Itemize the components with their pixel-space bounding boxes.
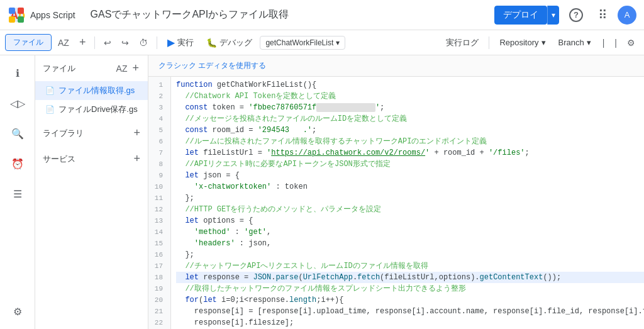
toolbar-right: 実行ログ Repository ▾ Branch ▾ | | ⚙ [441,35,639,51]
code-line: let options = { [176,215,644,226]
code-line: }; [176,192,644,204]
line-number: 3 [148,102,167,113]
file-item-1[interactable]: 📄 ファイルDrive保存.gs [35,100,148,119]
branch-extra-1[interactable]: | [599,35,609,50]
file-tab[interactable]: ファイル [5,34,52,51]
code-line: //メッセージを投稿されたファイルのルームIDを定数として定義 [176,113,644,125]
code-line: 'x-chatworktoken' : token [176,181,644,192]
line-number: 1 [148,79,167,91]
deploy-arrow-button[interactable]: ▾ [547,6,559,25]
line-number: 22 [148,317,167,328]
code-line: }; [176,249,644,260]
add-service-button[interactable]: + [133,152,140,165]
add-library-button[interactable]: + [133,126,140,140]
line-number: 10 [148,181,167,192]
settings-button[interactable]: ⚙ [623,35,639,50]
sidebar-info-button[interactable]: ℹ [5,60,30,86]
separator-3 [489,36,489,49]
deploy-button[interactable]: デプロイ [494,6,547,25]
avatar[interactable]: A [618,6,636,25]
project-title: GASでチャットワークAPIからファイル取得 [91,8,494,21]
gear-icon: ⚙ [627,38,635,48]
line-number: 13 [148,215,167,226]
svg-rect-4 [18,8,24,14]
sidebar-files-button[interactable]: ◁▷ [5,91,30,116]
code-line: response[i] = [response[i].upload_time, … [176,306,644,317]
code-line: let json = { [176,170,644,181]
run-icon: ▶ [167,36,175,48]
apps-grid-button[interactable]: ⠿ [593,5,613,25]
classic-editor-link[interactable]: クラシック エディタを使用する [158,61,266,70]
code-line: const token = 'fbbec78760571f■■■■■■■■■■■… [176,102,644,113]
deploy-group: デプロイ ▾ [494,6,559,25]
repo-dropdown-icon: ▾ [541,38,546,47]
branch-button[interactable]: Branch ▾ [553,35,596,50]
line-number: 9 [148,170,167,181]
grid-icon: ⠿ [598,8,608,23]
add-file-button[interactable]: + [75,33,90,52]
list-icon: ☰ [13,188,22,200]
code-editor[interactable]: 1234567891011121314151617181920212223242… [148,77,644,329]
help-icon: ? [569,8,583,22]
line-number: 20 [148,294,167,306]
sidebar-settings-button[interactable]: ⚙ [5,299,30,324]
apps-script-logo: App [8,6,25,24]
add-library-icon: + [133,126,140,139]
line-number: 16 [148,249,167,260]
file-item-0[interactable]: 📄 ファイル情報取得.gs [35,81,148,100]
file-icon-0: 📄 [45,86,55,95]
branch-dropdown-icon: ▾ [587,38,591,47]
clock-icon: ⏰ [11,158,24,170]
history-button[interactable]: ⏱ [135,35,152,50]
svg-rect-6 [18,16,24,23]
debug-button[interactable]: 🐛 デバッグ [201,35,257,51]
sort-files-button[interactable]: AZ [115,60,129,76]
log-button[interactable]: 実行ログ [441,35,484,51]
line-number: 8 [148,159,167,170]
code-line: //HTTP GETを行うためのメソッドと、パラメータを設定 [176,204,644,215]
branch-extra-2[interactable]: | [611,35,621,50]
files-header: ファイル AZ + [35,55,148,81]
line-number: 5 [148,125,167,136]
svg-rect-5 [9,16,15,23]
classic-notice: クラシック エディタを使用する [148,55,644,77]
add-new-file-button[interactable]: + [131,60,140,76]
logo-area: App Apps Script [8,6,75,24]
code-line: 'headers' : json, [176,238,644,249]
main-content: ℹ ◁▷ 🔍 ⏰ ☰ ⚙ ファイル AZ + [0,55,644,329]
code-line: //取得したチャットワークのファイル情報をスプレッドシート出力できるよう整形 [176,283,644,294]
undo-button[interactable]: ↩ [100,35,115,50]
line-numbers: 1234567891011121314151617181920212223242… [148,77,171,329]
add-service-icon: + [133,152,140,165]
sort-button[interactable]: AZ [54,35,73,50]
sidebar-clock-button[interactable]: ⏰ [5,151,30,176]
file-panel-actions: AZ + [115,60,140,76]
line-number: 7 [148,147,167,159]
line-number: 4 [148,113,167,125]
repository-button[interactable]: Repository ▾ [494,35,550,50]
sidebar-search-button[interactable]: 🔍 [5,121,30,146]
code-line: 'method' : 'get', [176,226,644,238]
code-line: const room_id = '294543 .'; [176,125,644,136]
run-button[interactable]: ▶ 実行 [162,34,199,51]
redo-button[interactable]: ↪ [118,35,133,50]
line-number: 18 [148,272,167,283]
line-number: 12 [148,204,167,215]
settings-icon: ⚙ [13,306,22,318]
separator-1 [94,36,95,49]
sort-files-icon: AZ [116,64,128,74]
line-number: 17 [148,260,167,272]
line-number: 2 [148,91,167,102]
second-toolbar: ファイル AZ + ↩ ↪ ⏱ ▶ 実行 🐛 デバッグ getChatWorkF… [0,30,644,55]
search-icon: 🔍 [11,128,24,140]
info-icon: ℹ [16,67,19,79]
code-line: for(let i=0;i<response.length;i++){ [176,294,644,306]
separator-2 [157,36,157,49]
function-selector[interactable]: getChatWorkFileList ▾ [260,36,345,50]
code-line: response[i].filesize]; [176,317,644,328]
service-header: サービス + [35,147,148,170]
code-lines[interactable]: function getChatWorkFileList(){ //Chatwo… [171,77,644,329]
help-button[interactable]: ? [564,6,588,25]
code-line: //ルームに投稿されたファイル情報を取得するチャットワークAPIのエンドポイント… [176,136,644,147]
sidebar-list-button[interactable]: ☰ [5,181,30,206]
